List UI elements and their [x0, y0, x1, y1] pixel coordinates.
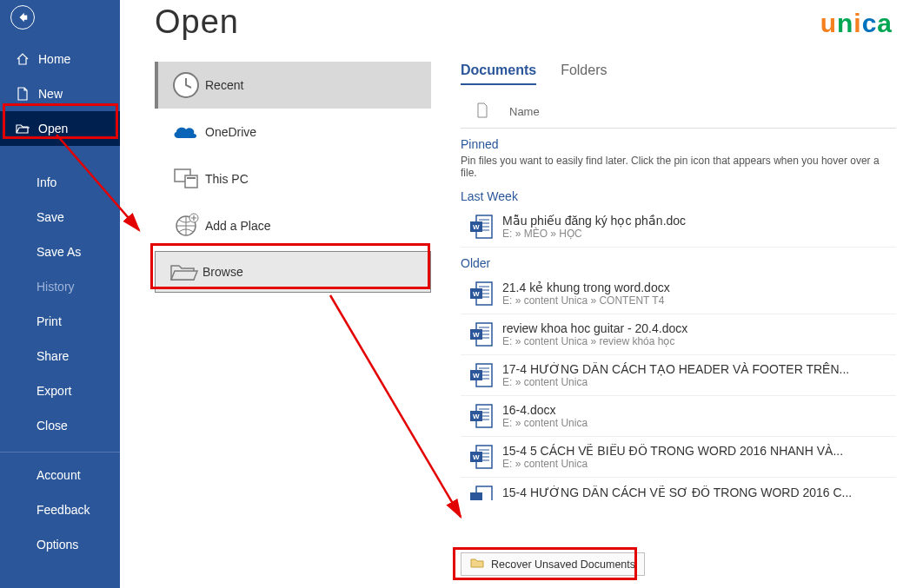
sidebar-item-options[interactable]: Options: [0, 527, 120, 562]
browse-folder-icon: [164, 261, 203, 283]
word-doc-icon: W: [461, 321, 502, 347]
file-name: 17-4 HƯỚNG DẪN CÁCH TẠO HEADER VÀ FOOTER…: [502, 362, 896, 376]
page-title: Open: [155, 3, 442, 41]
file-row[interactable]: W review khoa hoc guitar - 20.4.docxE: »…: [461, 314, 896, 355]
location-label: Recent: [205, 78, 243, 92]
sidebar-item-print[interactable]: Print: [0, 304, 120, 339]
open-locations-panel: Open Recent OneDrive This PC: [120, 0, 442, 588]
sidebar-item-close[interactable]: Close: [0, 408, 120, 443]
sidebar-item-new[interactable]: New: [0, 76, 120, 111]
recover-label: Recover Unsaved Documents: [491, 558, 635, 571]
location-thispc[interactable]: This PC: [155, 155, 431, 202]
location-browse[interactable]: Browse: [155, 251, 431, 293]
sidebar-item-share[interactable]: Share: [0, 339, 120, 373]
file-name: review khoa hoc guitar - 20.4.docx: [502, 321, 896, 335]
location-label: Browse: [203, 265, 243, 279]
sidebar-item-home[interactable]: Home: [0, 42, 120, 76]
location-label: OneDrive: [205, 125, 256, 139]
word-doc-icon: W: [461, 214, 502, 240]
word-doc-icon: W: [461, 362, 502, 388]
file-list-panel: Documents Folders Name Pinned Pin files …: [442, 0, 903, 588]
location-recent[interactable]: Recent: [155, 62, 431, 109]
svg-text:W: W: [473, 372, 480, 380]
svg-rect-49: [470, 492, 482, 500]
word-doc-icon: W: [461, 403, 502, 429]
svg-text:W: W: [473, 413, 480, 420]
sidebar-item-open[interactable]: Open: [0, 111, 120, 146]
file-path: E: » MÈO » HỌC: [502, 228, 896, 240]
sidebar-label: Home: [38, 52, 70, 66]
sidebar-item-export[interactable]: Export: [0, 373, 120, 408]
recover-unsaved-button[interactable]: Recover Unsaved Documents: [461, 552, 645, 576]
new-doc-icon: [16, 87, 30, 101]
word-doc-icon: [461, 485, 502, 500]
home-icon: [16, 52, 30, 66]
sidebar-item-history[interactable]: History: [0, 269, 120, 304]
svg-rect-3: [187, 177, 196, 179]
file-row[interactable]: W 16-4.docxE: » content Unica: [461, 396, 896, 437]
section-lastweek: Last Week: [461, 189, 896, 203]
file-name: 15-4 5 CÁCH VẼ BIỂU ĐỒ TRONG WORD 2016 N…: [502, 444, 896, 458]
name-header-row: Name: [461, 102, 896, 129]
sidebar-item-feedback[interactable]: Feedback: [0, 492, 120, 527]
file-name: 16-4.docx: [502, 403, 896, 417]
name-column-header[interactable]: Name: [509, 105, 540, 118]
thispc-icon: [167, 167, 205, 191]
file-row[interactable]: 15-4 HƯỚNG DẪN CÁCH VẼ SƠ ĐỒ TRONG WORD …: [461, 478, 896, 507]
clock-icon: [167, 70, 205, 100]
file-name: 15-4 HƯỚNG DẪN CÁCH VẼ SƠ ĐỒ TRONG WORD …: [502, 486, 896, 499]
sidebar-label: Open: [38, 122, 68, 135]
section-older: Older: [461, 256, 896, 270]
tab-folders[interactable]: Folders: [561, 63, 607, 85]
svg-text:W: W: [473, 223, 480, 231]
file-row[interactable]: W 15-4 5 CÁCH VẼ BIỂU ĐỒ TRONG WORD 2016…: [461, 437, 896, 478]
brand-logo: unica: [820, 9, 893, 38]
tab-documents[interactable]: Documents: [461, 63, 536, 85]
sidebar-item-save[interactable]: Save: [0, 200, 120, 235]
pinned-help-text: Pin files you want to easily find later.…: [461, 155, 896, 179]
back-arrow-icon: [17, 11, 29, 23]
location-addplace[interactable]: Add a Place: [155, 202, 431, 249]
file-path: E: » content Unica » review khóa học: [502, 335, 896, 347]
svg-text:W: W: [473, 290, 480, 298]
file-row[interactable]: W 17-4 HƯỚNG DẪN CÁCH TẠO HEADER VÀ FOOT…: [461, 355, 896, 396]
section-pinned: Pinned: [461, 137, 896, 151]
location-label: Add a Place: [205, 219, 271, 233]
folder-open-icon: [16, 122, 30, 135]
onedrive-icon: [167, 122, 205, 142]
backstage-sidebar: Home New Open Info Save Save As History …: [0, 0, 120, 588]
addplace-icon: [167, 213, 205, 239]
location-label: This PC: [205, 172, 249, 186]
word-doc-icon: W: [461, 281, 502, 307]
svg-text:W: W: [473, 453, 480, 461]
file-row[interactable]: W Mẫu phiếu đăng ký học phần.doc E: » MÈ…: [461, 207, 896, 248]
doc-icon: [476, 102, 488, 121]
word-doc-icon: W: [461, 444, 502, 470]
sidebar-item-info[interactable]: Info: [0, 165, 120, 200]
file-name: Mẫu phiếu đăng ký học phần.doc: [502, 214, 896, 228]
file-row[interactable]: W 21.4 kẻ khung trong word.docxE: » cont…: [461, 274, 896, 314]
sidebar-divider: [0, 452, 120, 453]
sidebar-label: New: [38, 87, 63, 101]
svg-text:W: W: [473, 331, 480, 339]
sidebar-item-saveas[interactable]: Save As: [0, 235, 120, 269]
file-path: E: » content Unica » CONTENT T4: [502, 294, 896, 307]
file-path: E: » content Unica: [502, 458, 896, 470]
file-name: 21.4 kẻ khung trong word.docx: [502, 281, 896, 294]
sidebar-item-account[interactable]: Account: [0, 458, 120, 492]
back-button[interactable]: [10, 5, 35, 30]
file-path: E: » content Unica: [502, 376, 896, 388]
tabs: Documents Folders: [461, 63, 896, 85]
folder-icon: [470, 557, 484, 571]
location-onedrive[interactable]: OneDrive: [155, 109, 431, 155]
file-path: E: » content Unica: [502, 417, 896, 429]
